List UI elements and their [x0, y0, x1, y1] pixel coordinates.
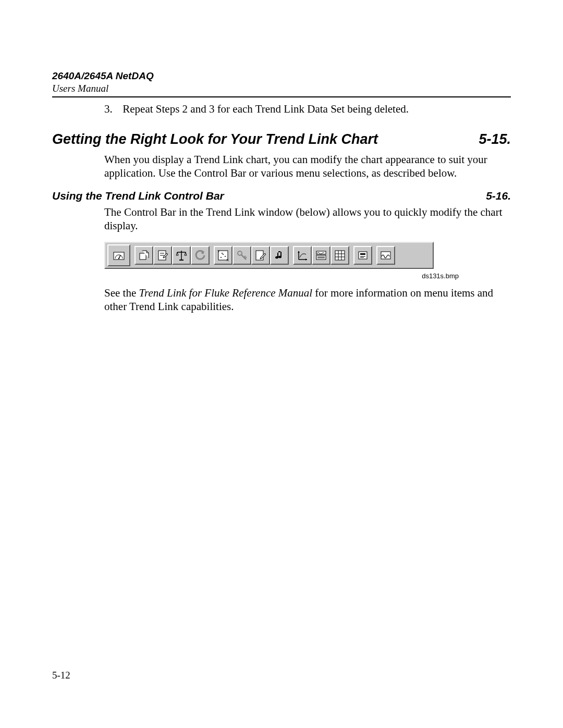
grid-icon	[334, 249, 346, 262]
section-1-body: When you display a Trend Link chart, you…	[104, 153, 511, 180]
card-button[interactable]	[353, 246, 372, 265]
section-title: Getting the Right Look for Your Trend Li…	[52, 131, 378, 147]
svg-line-20	[245, 257, 247, 258]
key-button[interactable]	[232, 246, 251, 265]
undo-arrow-button[interactable]	[191, 246, 210, 265]
dashboard-gauge-icon	[113, 249, 125, 262]
section-number: 5-15.	[479, 131, 511, 147]
waveform-icon	[380, 249, 392, 262]
axis-arrows-icon	[296, 249, 309, 262]
pencil-edit-icon	[254, 249, 267, 262]
step-number: 3.	[104, 103, 120, 116]
dashboard-gauge-button[interactable]	[107, 244, 130, 266]
reference-paragraph: See the Trend Link for Fluke Reference M…	[104, 286, 511, 314]
svg-point-12	[221, 257, 222, 258]
section-2-body: The Control Bar in the Trend Link window…	[104, 205, 511, 233]
figure-caption: ds131s.bmp	[52, 272, 459, 280]
svg-point-14	[225, 256, 226, 257]
document-edit-button[interactable]	[153, 246, 172, 265]
balance-scale-icon	[175, 249, 188, 262]
card-icon	[357, 249, 369, 262]
header-subtitle: Users Manual	[52, 83, 511, 94]
section-heading-2: Using the Trend Link Control Bar 5-16.	[52, 190, 511, 202]
header-rule	[52, 96, 511, 97]
numbered-step: 3. Repeat Steps 2 and 3 for each Trend L…	[104, 103, 511, 116]
trend-link-control-bar: Y X	[104, 242, 434, 269]
subsection-title: Using the Trend Link Control Bar	[52, 190, 224, 202]
grid-button[interactable]	[331, 246, 349, 265]
ref-pre: See the	[104, 287, 139, 299]
axis-arrows-button[interactable]	[293, 246, 312, 265]
pencil-edit-button[interactable]	[251, 246, 270, 265]
svg-line-19	[244, 256, 246, 257]
svg-point-13	[223, 254, 224, 255]
file-new-icon	[138, 249, 150, 262]
chart-window-icon	[315, 249, 327, 262]
step-text: Repeat Steps 2 and 3 for each Trend Link…	[123, 103, 409, 115]
manual-page: 2640A/2645A NetDAQ Users Manual 3. Repea…	[0, 0, 563, 728]
xy-scatter-icon: Y X	[217, 249, 229, 262]
page-number: 5-12	[52, 670, 70, 681]
svg-rect-28	[335, 251, 345, 260]
svg-text:Y: Y	[217, 249, 220, 253]
svg-point-2	[118, 258, 119, 259]
music-note-button[interactable]	[270, 246, 289, 265]
subsection-number: 5-16.	[486, 190, 511, 202]
svg-rect-25	[316, 255, 326, 260]
key-icon	[236, 249, 248, 262]
svg-rect-3	[140, 253, 146, 260]
xy-scatter-button[interactable]: Y X	[214, 246, 232, 265]
header-title: 2640A/2645A NetDAQ	[52, 70, 511, 82]
file-new-button[interactable]	[134, 246, 153, 265]
svg-rect-9	[179, 260, 183, 261]
page-header: 2640A/2645A NetDAQ Users Manual	[52, 70, 511, 97]
waveform-button[interactable]	[376, 246, 395, 265]
chart-window-button[interactable]	[312, 246, 331, 265]
music-note-icon	[273, 249, 286, 262]
svg-text:X: X	[226, 258, 229, 262]
section-heading-1: Getting the Right Look for Your Trend Li…	[52, 131, 511, 147]
svg-rect-33	[359, 252, 367, 259]
svg-rect-34	[360, 253, 365, 255]
svg-rect-21	[256, 251, 263, 260]
document-edit-icon	[156, 249, 169, 262]
balance-scale-button[interactable]	[172, 246, 191, 265]
ref-manual-title: Trend Link for Fluke Reference Manual	[139, 287, 312, 299]
svg-point-15	[222, 253, 223, 254]
undo-arrow-icon	[194, 249, 206, 262]
